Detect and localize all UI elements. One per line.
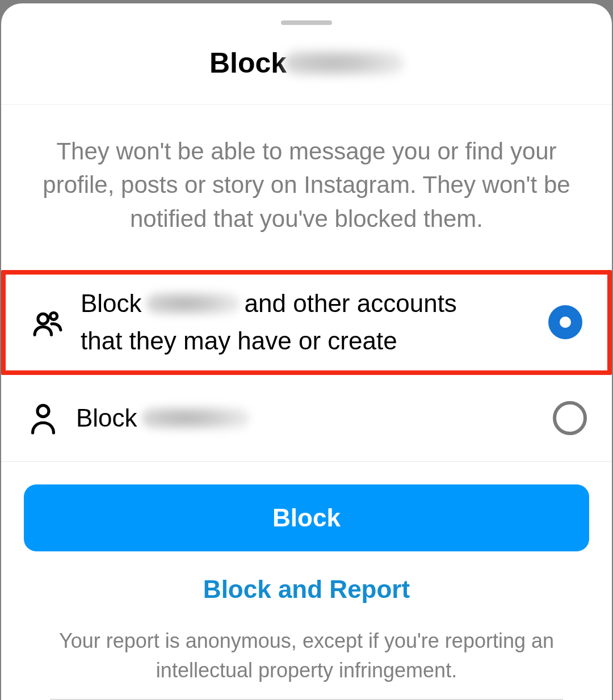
svg-point-0 — [38, 314, 48, 324]
radio-unselected[interactable] — [553, 401, 587, 435]
svg-point-1 — [50, 313, 57, 319]
sheet-title: Block — [209, 47, 287, 79]
svg-point-2 — [37, 405, 49, 416]
option-block-one-account[interactable]: Block — [1, 375, 612, 462]
drag-handle[interactable] — [281, 20, 332, 25]
actions: Block Block and Report — [1, 462, 612, 607]
people-icon — [32, 306, 64, 338]
report-footnote: Your report is anonymous, except if you'… — [1, 607, 612, 685]
option-block-one-label: Block — [76, 399, 536, 437]
block-description: They won't be able to message you or fin… — [1, 105, 612, 270]
block-sheet: Block They won't be able to message you … — [1, 3, 612, 700]
block-button[interactable]: Block — [24, 484, 589, 551]
redacted-username — [146, 291, 240, 316]
block-and-report-button[interactable]: Block and Report — [24, 572, 589, 607]
sheet-header: Block — [1, 25, 612, 105]
redacted-username — [142, 406, 250, 431]
radio-selected[interactable] — [548, 305, 582, 339]
option-block-all-label: Block and other accounts that they may h… — [81, 285, 531, 360]
person-icon — [27, 402, 59, 435]
option-block-all-accounts[interactable]: Block and other accounts that they may h… — [1, 270, 612, 375]
redacted-username — [284, 49, 404, 77]
